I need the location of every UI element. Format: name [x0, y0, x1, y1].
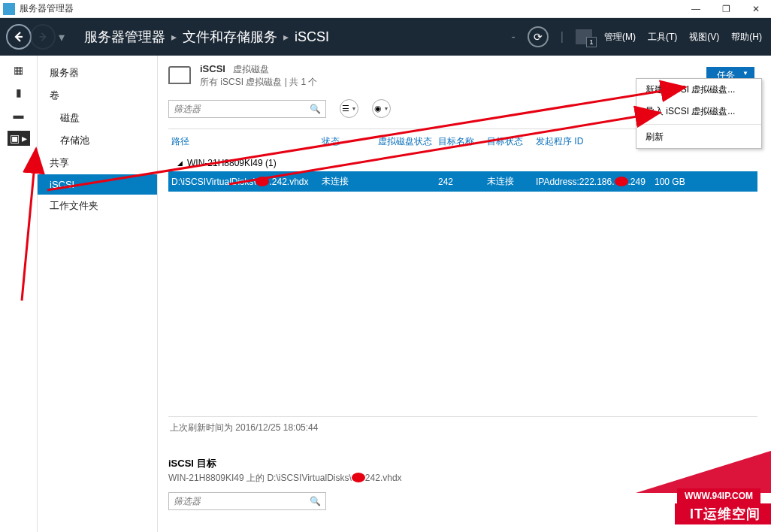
target-filter-input[interactable] [174, 496, 310, 506]
target-filter-row: 🔍 [168, 492, 757, 510]
rail-fileservices-icon[interactable]: ▣ ▸ [8, 131, 30, 146]
group-row[interactable]: ◢ WIN-21H8809KI49 (1) [168, 155, 757, 171]
filter-input[interactable] [174, 104, 310, 114]
refresh-button[interactable]: ⟳ [528, 26, 549, 47]
dash: - [512, 30, 516, 44]
tasks-menu-refresh[interactable]: 刷新 [636, 126, 761, 148]
breadcrumb-sep-icon: ▸ [171, 31, 177, 43]
menu-tools[interactable]: 工具(T) [648, 31, 677, 44]
section-title: iSCSI [200, 63, 225, 74]
nav-workfolders[interactable]: 工作文件夹 [38, 195, 157, 217]
menu-separator [636, 124, 761, 125]
censor-dot [615, 177, 628, 186]
view-options-button[interactable]: ◉ [372, 99, 391, 118]
cell-path: D:\iSCSIVirtualDisks\.242.vhdx [171, 177, 322, 187]
nav-iscsi[interactable]: iSCSI [38, 174, 157, 195]
filter-box: 🔍 [168, 100, 326, 118]
nav-servers[interactable]: 服务器 [38, 62, 157, 84]
icon-rail: ▦ ▮ ▬ ▣ ▸ [0, 56, 38, 532]
rail-dashboard-icon[interactable]: ▦ [11, 63, 27, 77]
col-status[interactable]: 状态 [322, 135, 378, 148]
tasks-menu-import[interactable]: 导入 iSCSI 虚拟磁盘... [636, 101, 761, 122]
col-path[interactable]: 路径 [171, 135, 322, 148]
table-empty-area [168, 192, 757, 417]
watermark-url: WWW.94IP.COM [677, 488, 760, 503]
last-refreshed: 上次刷新时间为 2016/12/25 18:05:44 [168, 417, 757, 439]
menu-help[interactable]: 帮助(H) [731, 31, 762, 44]
cell-size: 100 GB [655, 177, 700, 187]
section-count: 所有 iSCSI 虚拟磁盘 | 共 1 个 [200, 76, 317, 89]
nav-shares[interactable]: 共享 [38, 152, 157, 174]
separator: | [561, 30, 564, 44]
window-title: 服务器管理器 [20, 2, 74, 15]
nav-forward-button[interactable] [30, 24, 56, 50]
rail-allservers-icon[interactable]: ▬ [11, 108, 27, 122]
notification-count: 1 [586, 37, 597, 47]
window-controls: — ❐ ✕ [681, 0, 771, 18]
list-options-button[interactable]: ☰ [340, 99, 358, 118]
cell-status: 未连接 [322, 175, 378, 188]
vdisk-table: 路径 状态 虚拟磁盘状态 目标名称 目标状态 发起程序 ID 大小 ◢ WIN-… [168, 128, 757, 439]
nav-disks[interactable]: 磁盘 [38, 107, 157, 129]
nav-pools[interactable]: 存储池 [38, 129, 157, 152]
section-subtitle: 虚拟磁盘 [233, 63, 269, 76]
nav-back-button[interactable] [6, 24, 32, 50]
header-right: - ⟳ | 1 管理(M) 工具(T) 视图(V) 帮助(H) [512, 26, 771, 47]
col-targetname[interactable]: 目标名称 [438, 135, 487, 148]
breadcrumb: 服务器管理器 ▸ 文件和存储服务 ▸ iSCSI [84, 28, 329, 46]
censor-dot [352, 473, 365, 482]
notifications-flag-icon[interactable]: 1 [576, 29, 592, 44]
tasks-menu: 新建 iSCSI 虚拟磁盘... 导入 iSCSI 虚拟磁盘... 刷新 [636, 78, 762, 149]
list-icon: ☰ [342, 104, 349, 113]
breadcrumb-current: iSCSI [295, 29, 329, 45]
tasks-menu-new[interactable]: 新建 iSCSI 虚拟磁盘... [636, 79, 761, 101]
header-bar: ▾ 服务器管理器 ▸ 文件和存储服务 ▸ iSCSI - ⟳ | 1 管理(M)… [0, 18, 771, 56]
breadcrumb-level1[interactable]: 文件和存储服务 [183, 28, 277, 46]
nav-volumes[interactable]: 卷 [38, 84, 157, 107]
menu-manage[interactable]: 管理(M) [604, 31, 636, 44]
title-bar: 服务器管理器 — ❐ ✕ [0, 0, 771, 18]
cell-tstatus: 未连接 [487, 175, 536, 188]
minimize-button[interactable]: — [681, 0, 711, 18]
app-icon [3, 3, 15, 15]
rail-server-icon[interactable]: ▮ [11, 86, 27, 99]
cell-init: IPAddress:222.186..249 [536, 177, 655, 187]
breadcrumb-sep-icon: ▸ [283, 31, 289, 43]
watermark-text: IT运维空间 [675, 503, 771, 524]
search-icon[interactable]: 🔍 [310, 496, 321, 506]
breadcrumb-root[interactable]: 服务器管理器 [84, 28, 165, 46]
maximize-button[interactable]: ❐ [711, 0, 741, 18]
disk-icon [168, 66, 191, 84]
table-row[interactable]: D:\iSCSIVirtualDisks\.242.vhdx 未连接 242 未… [168, 171, 757, 192]
col-vdstatus[interactable]: 虚拟磁盘状态 [378, 135, 438, 148]
group-label: WIN-21H8809KI49 (1) [187, 158, 277, 168]
search-icon[interactable]: 🔍 [310, 104, 321, 114]
target-filter-box: 🔍 [168, 492, 326, 510]
menu-view[interactable]: 视图(V) [689, 31, 719, 44]
censor-dot [255, 177, 269, 186]
close-button[interactable]: ✕ [741, 0, 771, 18]
left-nav: 服务器 卷 磁盘 存储池 共享 iSCSI 工作文件夹 [38, 56, 158, 532]
col-targetstatus[interactable]: 目标状态 [487, 135, 536, 148]
expand-icon: ◢ [177, 159, 183, 167]
target-icon: ◉ [374, 104, 382, 113]
cell-tname: 242 [438, 177, 487, 187]
nav-history-dropdown[interactable]: ▾ [59, 30, 71, 44]
watermark-bg [636, 451, 771, 493]
